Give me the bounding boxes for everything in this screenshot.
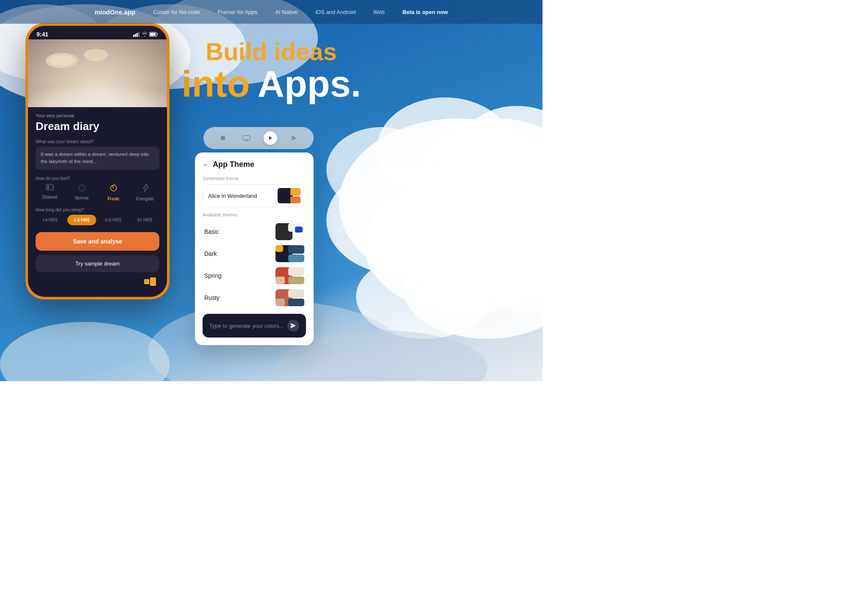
navbar-item-ai[interactable]: AI Native [275,9,298,15]
color-generate-input[interactable]: Type to generate your colors... [203,314,306,338]
svg-rect-47 [275,277,285,284]
theme-panel-wrapper: ← App Theme Generated theme Alice in Won… [195,127,322,345]
theme-dark-name: Dark [204,250,217,257]
feel-options: Drained Normal [36,183,159,201]
svg-rect-31 [150,277,156,286]
theme-rusty-row[interactable]: Rusty [203,287,306,309]
svg-rect-49 [288,289,304,298]
svg-rect-23 [150,33,156,36]
svg-rect-45 [288,267,304,276]
nav-dot-6: • [393,11,394,13]
fresh-label: Fresh [108,197,119,201]
feel-drained[interactable]: Drained [36,183,64,201]
svg-rect-18 [135,34,136,37]
normal-icon [78,183,86,194]
svg-point-6 [326,127,437,212]
nav-dot-5: • [364,11,365,13]
navbar: mindOne.app • Cursor for No-code • Frame… [0,0,542,24]
svg-rect-17 [133,35,134,37]
phone-inner: 9:41 [28,26,167,297]
phone-app-subtitle: Your very personal [36,113,159,118]
available-themes-label: Available themes [203,212,306,217]
feel-normal[interactable]: Normal [67,183,96,201]
theme-spring-row[interactable]: Spring [203,265,306,287]
send-button[interactable] [287,131,301,145]
svg-rect-41 [288,245,304,254]
phone-mockup: 9:41 [25,23,178,299]
svg-rect-35 [290,188,300,196]
hero-apps: Apps. [257,65,361,102]
navbar-item-framer[interactable]: Framer for Apps [218,9,257,15]
theme-dark-row[interactable]: Dark [203,243,306,265]
back-arrow-icon[interactable]: ← [203,161,209,169]
app-theme-panel: ← App Theme Generated theme Alice in Won… [195,152,314,345]
phone-footer [36,276,159,291]
navbar-item-beta[interactable]: Beta is open now [403,9,448,15]
nav-dot-1: • [144,11,145,13]
try-sample-button[interactable]: Try sample dream [36,255,159,272]
phone-status-icons [133,32,159,37]
dream-text-area[interactable]: It was a dream within a dream, ventured … [36,147,159,170]
theme-basic-row[interactable]: Basic [203,221,306,243]
input-placeholder: Type to generate your colors... [209,323,284,329]
svg-rect-39 [295,227,303,233]
rusty-swatch [275,289,304,306]
phone-dream-image [28,39,167,107]
generated-swatch-svg [278,188,300,203]
sleep-4to6[interactable]: 4-6 HRS [67,215,97,225]
generated-theme-name: Alice in Wonderland [208,193,257,199]
generated-theme-swatch [278,188,300,203]
dark-swatch [275,245,304,262]
drained-label: Drained [42,195,57,199]
sleep-8plus[interactable]: 8+ HRS [131,215,160,225]
screen-button[interactable] [240,131,253,145]
sleep-under4[interactable]: <4 HRS [36,215,65,225]
svg-rect-42 [288,255,304,262]
nav-dot-3: • [266,11,267,13]
svg-rect-32 [221,136,225,140]
svg-rect-19 [136,33,138,37]
spring-swatch [275,267,304,284]
normal-label: Normal [75,196,88,200]
stop-button[interactable] [216,131,230,145]
navbar-item-ios[interactable]: iOS and Android [315,9,356,15]
nav-dot-2: • [209,11,209,13]
image-cloud-overlay [28,86,167,107]
feel-energetic[interactable]: Energetic [131,183,159,201]
svg-rect-46 [288,277,304,284]
navbar-item-web[interactable]: Web [373,9,385,15]
svg-point-15 [0,322,170,381]
theme-basic-name: Basic [204,228,219,235]
svg-rect-28 [47,185,49,189]
phone-time: 9:41 [36,31,48,38]
navbar-logo[interactable]: mindOne.app [95,8,135,16]
svg-rect-22 [157,33,158,35]
save-analyse-button[interactable]: Save and analyse [36,232,159,251]
svg-rect-50 [288,299,304,306]
svg-rect-30 [144,279,149,284]
panel-toolbar [203,127,314,149]
pillow2-icon [83,48,108,63]
theme-spring-name: Spring [204,272,221,279]
panel-back-header: ← App Theme [203,160,306,169]
play-button[interactable] [264,131,277,145]
nav-dot-4: • [306,11,307,13]
svg-rect-20 [138,32,139,37]
hero-into: into [181,65,250,102]
input-send-icon[interactable] [287,320,299,332]
sleep-options: <4 HRS 4-6 HRS 6-8 HRS 8+ HRS [36,215,159,225]
feel-label: How do you feel? [36,176,159,181]
svg-rect-36 [290,197,300,203]
generated-theme-row[interactable]: Alice in Wonderland [203,184,306,207]
energetic-label: Energetic [136,197,154,201]
basic-swatch [275,223,304,240]
feel-fresh[interactable]: Fresh [99,183,128,201]
svg-rect-29 [53,186,54,188]
mindone-logo-small [144,277,156,286]
generated-label: Generated theme [203,176,306,181]
panel-title: App Theme [213,160,254,169]
svg-rect-51 [275,299,285,306]
signal-icon [133,32,140,37]
sleep-6to8[interactable]: 6-8 HRS [99,215,128,225]
navbar-item-cursor[interactable]: Cursor for No-code [153,9,200,15]
